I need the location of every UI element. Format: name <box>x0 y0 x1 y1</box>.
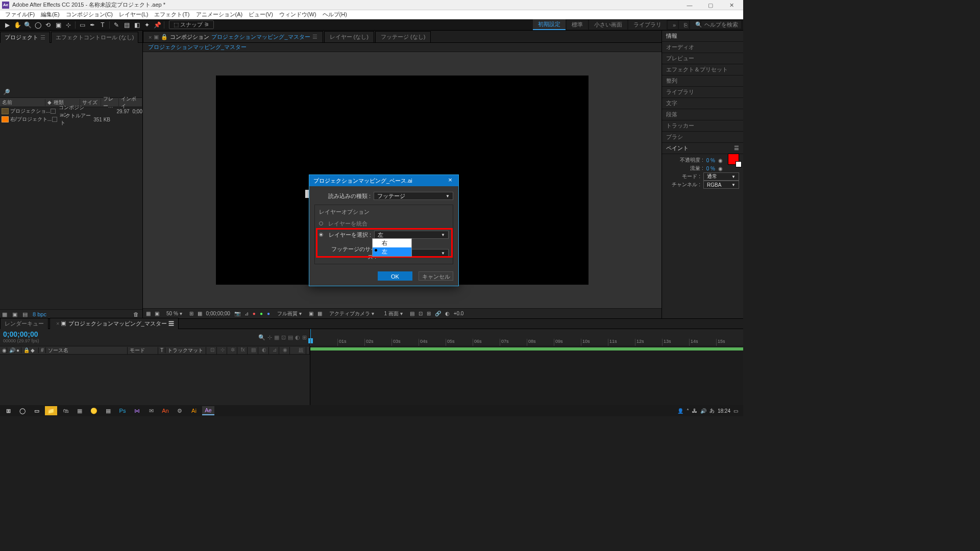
resolution-dropdown[interactable]: フル画質 ▾ <box>274 310 305 317</box>
bpc-toggle[interactable]: 8 bpc <box>33 311 46 317</box>
interpret-icon[interactable]: ▦ <box>2 311 9 317</box>
transparency-icon[interactable]: ▦ <box>317 311 322 316</box>
stopwatch-icon[interactable]: ◉ <box>718 158 723 163</box>
speaker-col-icon[interactable]: 🔊 <box>7 347 14 353</box>
orbit-tool-icon[interactable]: ◯ <box>33 20 43 30</box>
project-item[interactable]: 右/プロジェクト... ベクトルアート 351 KB <box>0 115 142 123</box>
clock[interactable]: 18:24 <box>718 408 730 414</box>
vs-icon[interactable]: ⋈ <box>131 406 143 415</box>
channel-icon[interactable]: ● <box>253 311 256 316</box>
panel-brushes[interactable]: ブラシ <box>662 132 743 143</box>
panel-paragraph[interactable]: 段落 <box>662 109 743 120</box>
anchor-tool-icon[interactable]: ⊹ <box>63 20 74 30</box>
col-name[interactable]: 名前 <box>0 99 45 106</box>
alpha-icon[interactable]: ▦ <box>146 311 151 316</box>
motion-blur-icon[interactable]: ◐ <box>295 334 300 341</box>
selection-tool-icon[interactable]: ▶ <box>2 20 12 30</box>
grid-icon[interactable]: ▦ <box>198 311 202 316</box>
pixel-aspect-icon[interactable]: ▤ <box>410 311 414 316</box>
app-icon[interactable]: ▦ <box>102 406 114 415</box>
panel-library[interactable]: ライブラリ <box>662 87 743 98</box>
people-icon[interactable]: 👤 <box>677 408 683 414</box>
lock2-icon[interactable]: 🔒 <box>161 34 168 40</box>
zoom-dropdown[interactable]: 50 % ▾ <box>163 311 185 316</box>
puppet-tool-icon[interactable]: 📌 <box>152 20 162 30</box>
tab-timeline-comp[interactable]: × ▣ プロジェクションマッピング_マスター ☰ <box>50 318 179 329</box>
time-ruler[interactable]: 01s02s03s04s05s06s07s08s09s10s11s12s13s1… <box>310 329 743 346</box>
workspace-small[interactable]: 小さい画面 <box>589 20 627 30</box>
blend-mode-dropdown[interactable]: 通常▼ <box>703 172 739 181</box>
mail-icon[interactable]: ✉ <box>145 406 157 415</box>
trash-icon[interactable]: 🗑 <box>133 311 140 317</box>
camera-dropdown[interactable]: アクティブカメラ ▾ <box>326 310 377 317</box>
menu-file[interactable]: ファイル(F) <box>2 11 38 18</box>
help-search[interactable]: ヘルプを検索 <box>701 21 741 29</box>
settings-icon[interactable]: ⚙ <box>174 406 186 415</box>
workspace-library[interactable]: ライブラリ <box>628 20 667 30</box>
graph-editor-icon[interactable]: ⊞ <box>302 334 307 341</box>
lock-col-icon[interactable]: 🔒 <box>21 347 29 353</box>
show-snapshot-icon[interactable]: ⊿ <box>244 311 249 316</box>
dropdown-option-selected[interactable]: 左 <box>373 247 411 256</box>
flow-value[interactable]: 0 % <box>706 166 715 171</box>
label-col[interactable]: ◆ <box>29 347 39 353</box>
frame-blend-icon[interactable]: ▤ <box>288 334 293 341</box>
exposure-reset-icon[interactable]: ◐ <box>445 311 450 316</box>
clone-tool-icon[interactable]: ▤ <box>121 20 132 30</box>
tab-effect-controls[interactable]: エフェクトコントロール (なし) <box>51 32 138 43</box>
cancel-button[interactable]: キャンセル <box>419 271 453 281</box>
timeline-right[interactable]: 01s02s03s04s05s06s07s08s09s10s11s12s13s1… <box>310 329 743 408</box>
network-icon[interactable]: 🖧 <box>692 408 697 414</box>
menu-window[interactable]: ウィンドウ(W) <box>276 11 320 18</box>
camera-tool-icon[interactable]: ▣ <box>53 20 63 30</box>
channel-dropdown[interactable]: RGBA▼ <box>703 181 739 189</box>
foreground-swatch[interactable] <box>728 154 739 165</box>
minimize-button[interactable]: — <box>680 1 699 10</box>
solo-col-icon[interactable]: ● <box>14 347 21 353</box>
draft3d-icon[interactable]: ▦ <box>274 334 279 341</box>
task-view-icon[interactable]: ▭ <box>31 406 43 415</box>
col-inpoint[interactable]: インポイ <box>119 95 142 110</box>
parent-col-icon[interactable]: 親 <box>297 347 306 354</box>
col-source[interactable]: ソース名 <box>46 347 128 354</box>
new-comp-icon[interactable]: ▤ <box>22 311 30 317</box>
col-mode[interactable]: モード <box>128 347 158 354</box>
panel-align[interactable]: 整列 <box>662 76 743 87</box>
new-folder-icon[interactable]: ▣ <box>12 311 19 317</box>
tracks-area[interactable] <box>310 350 743 408</box>
animate-icon[interactable]: An <box>159 406 172 415</box>
menu-effect[interactable]: エフェクト(T) <box>151 11 192 18</box>
panel-effects[interactable]: エフェクト＆プリセット <box>662 64 743 76</box>
text-tool-icon[interactable]: T <box>97 20 108 30</box>
tab-footage[interactable]: フッテージ (なし) <box>375 31 431 42</box>
current-timecode[interactable]: 0;00;00;00 <box>3 330 39 338</box>
pen-tool-icon[interactable]: ✒ <box>87 20 97 30</box>
col-fps[interactable]: フレー… <box>101 95 119 110</box>
ok-button[interactable]: OK <box>378 271 412 281</box>
menu-layer[interactable]: レイヤー(L) <box>116 11 151 18</box>
comp-breadcrumb[interactable]: プロジェクションマッピング_マスター <box>143 43 662 52</box>
panel-character[interactable]: 文字 <box>662 98 743 109</box>
tab-render-queue[interactable]: レンダーキュー <box>0 318 48 329</box>
brush-tool-icon[interactable]: ✎ <box>111 20 121 30</box>
sync-icon[interactable]: ⎘ <box>679 21 689 29</box>
exposure-value[interactable]: +0.0 <box>454 311 464 316</box>
dropdown-option[interactable]: 右 <box>373 239 411 247</box>
aftereffects-icon[interactable]: Ae <box>202 406 214 415</box>
tab-layer[interactable]: レイヤー (なし) <box>324 31 374 42</box>
shape-tool-icon[interactable]: ▭ <box>77 20 87 30</box>
timeline-icon[interactable]: ⊞ <box>427 311 431 316</box>
close-icon[interactable]: × <box>149 34 152 40</box>
eye-col-icon[interactable]: ◉ <box>0 347 7 353</box>
store-icon[interactable]: 🛍 <box>59 406 71 415</box>
select-layer-dropdown[interactable]: 左▼ <box>374 231 449 239</box>
tab-composition[interactable]: × ▣ 🔒 コンポジション プロジェクションマッピング_マスター ☰ <box>143 31 323 42</box>
radio-select-layer[interactable] <box>319 233 323 237</box>
flowchart-icon[interactable]: 🔗 <box>435 311 441 316</box>
panel-menu-icon[interactable]: ☰ <box>312 34 317 40</box>
menu-help[interactable]: ヘルプ(H) <box>320 11 350 18</box>
search-icon[interactable]: 🔍 <box>258 334 265 341</box>
workspace-overflow-icon[interactable]: » <box>668 21 678 29</box>
hand-tool-icon[interactable]: ✋ <box>12 20 22 30</box>
shy-icon[interactable]: ⊡ <box>281 334 286 341</box>
